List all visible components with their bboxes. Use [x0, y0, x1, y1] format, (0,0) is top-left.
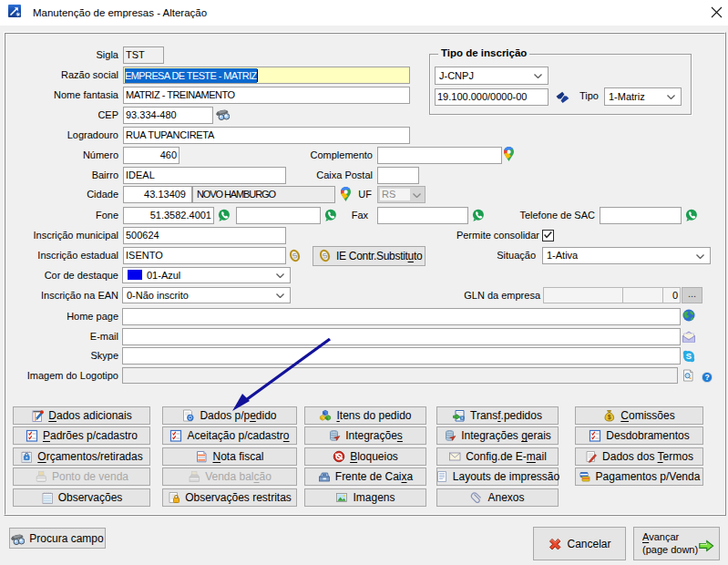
svg-text:?: ? — [704, 373, 709, 382]
svg-text:$: $ — [608, 414, 611, 421]
svg-text:S: S — [686, 351, 692, 361]
